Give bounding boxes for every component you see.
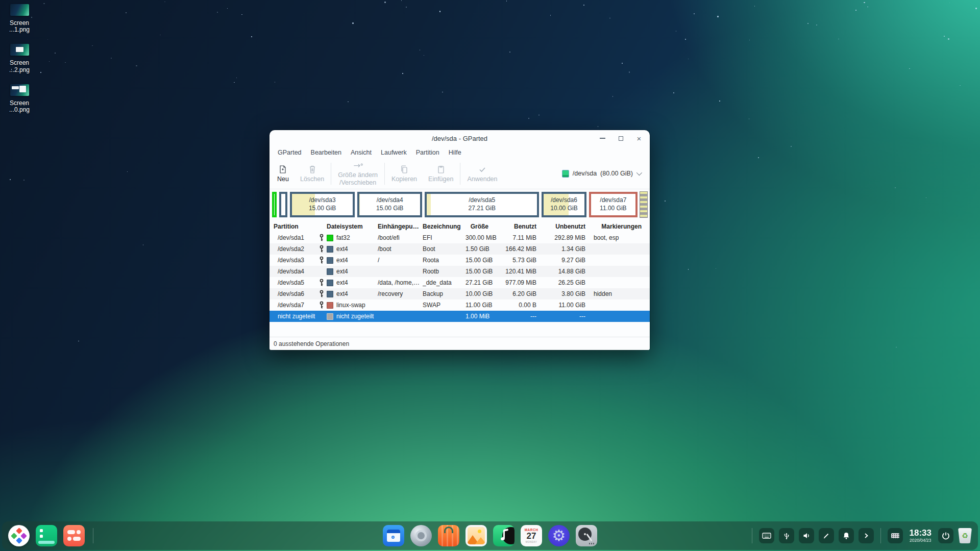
chevron-right-icon [863, 532, 869, 539]
device-selector[interactable]: /dev/sda (80.00 GiB) [558, 165, 645, 182]
resize-move-button[interactable]: Größe ändern/Verschieben [332, 159, 383, 189]
delete-partition-button[interactable]: Löschen [295, 159, 330, 189]
calendar-icon[interactable]: MARCH 27 MONDAY [521, 525, 542, 546]
trash-bin[interactable]: ♻ [958, 528, 972, 543]
control-center-icon[interactable]: ⚙ [548, 525, 570, 546]
partition-segment-sda1[interactable] [272, 192, 277, 217]
launcher-icon[interactable] [8, 525, 30, 546]
file-manager-icon[interactable] [383, 525, 404, 546]
desktop-icon-screenshot-1[interactable]: Screen...1.png [5, 4, 34, 33]
browser-icon[interactable] [410, 525, 432, 546]
dock-separator [93, 528, 93, 543]
fs-color-swatch [327, 280, 333, 286]
minimize-button[interactable] [597, 133, 608, 144]
table-row-sda6[interactable]: /dev/sda6 ext4 /recovery Backup 10.00 Gi… [270, 288, 650, 299]
screenshot-thumbnail [10, 44, 29, 56]
gear-icon: ⚙ [552, 528, 566, 543]
toolbar: Neu Löschen Größe ändern/Verschieben Kop… [270, 159, 650, 189]
desktop-icons: Screen...1.png Screen...2.png Screen...0… [5, 4, 34, 113]
screenshot-tray-icon[interactable] [819, 528, 834, 543]
table-row-unallocated-selected[interactable]: nicht zugeteilt nicht zugeteilt 1.00 MiB… [270, 311, 650, 322]
keyboard-layout-indicator[interactable] [888, 528, 903, 543]
fs-color-swatch [327, 257, 333, 264]
key-lock-icon [319, 290, 324, 298]
keyboard-tray-icon[interactable] [759, 528, 774, 543]
partition-segment-sda2[interactable] [279, 192, 287, 217]
trash-icon [307, 164, 317, 174]
key-lock-icon [319, 256, 324, 264]
partition-segment-sda3[interactable]: /dev/sda315.00 GiB [290, 192, 355, 217]
screenshot-thumbnail [10, 4, 29, 16]
maximize-button[interactable] [615, 133, 626, 144]
checkmark-icon [477, 164, 487, 174]
partition-segment-sda7[interactable]: /dev/sda711.00 GiB [589, 192, 638, 217]
fs-color-swatch [327, 302, 333, 309]
volume-tray-icon[interactable] [799, 528, 814, 543]
menu-gparted[interactable]: GParted [273, 149, 306, 156]
window-titlebar[interactable]: /dev/sda - GParted × [270, 130, 650, 146]
speaker-icon [802, 532, 811, 540]
key-lock-icon [319, 301, 324, 309]
table-row-sda3[interactable]: /dev/sda3 ext4 / Roota 15.00 GiB 5.73 Gi… [270, 255, 650, 266]
table-row-sda4[interactable]: /dev/sda4 ext4 Rootb 15.00 GiB 120.41 Mi… [270, 266, 650, 277]
menubar: GParted Bearbeiten Ansicht Laufwerk Part… [270, 146, 650, 159]
clock-time: 18:33 [910, 529, 932, 537]
menu-bearbeiten[interactable]: Bearbeiten [306, 149, 346, 156]
copy-icon [399, 164, 409, 174]
menu-ansicht[interactable]: Ansicht [346, 149, 376, 156]
recycle-icon: ♻ [962, 532, 968, 539]
key-lock-icon [319, 279, 324, 287]
apply-button[interactable]: Anwenden [461, 159, 503, 189]
table-row-sda5[interactable]: /dev/sda5 ext4 /data, /home, /... _dde_d… [270, 277, 650, 288]
menu-hilfe[interactable]: Hilfe [444, 149, 466, 156]
desktop-icon-label: Screen...1.png [9, 20, 30, 33]
gparted-window: /dev/sda - GParted × GParted Bearbeiten … [270, 130, 650, 350]
tray-expand-button[interactable] [859, 528, 874, 543]
fs-color-swatch [327, 313, 333, 320]
apps-grid-icon[interactable] [63, 525, 85, 546]
power-icon [942, 532, 950, 540]
desktop-icon-label: Screen...2.png [9, 60, 30, 73]
partition-segment-sda4[interactable]: /dev/sda415.00 GiB [357, 192, 422, 217]
partition-segment-sda5[interactable]: /dev/sda527.21 GiB [425, 192, 539, 217]
disk-utility-icon[interactable] [576, 525, 597, 546]
photos-icon[interactable] [465, 525, 487, 546]
fs-color-swatch [327, 291, 333, 297]
app-store-icon[interactable] [438, 525, 459, 546]
close-button[interactable]: × [633, 133, 645, 144]
music-icon[interactable] [493, 525, 514, 546]
screenshot-thumbnail [10, 84, 29, 96]
table-row-sda1[interactable]: /dev/sda1 fat32 /boot/efi EFI 300.00 MiB… [270, 232, 650, 243]
clock[interactable]: 18:33 2020/04/23 [908, 529, 934, 543]
window-title: /dev/sda - GParted [270, 135, 650, 142]
new-partition-button[interactable]: Neu [272, 159, 295, 189]
tray-separator [752, 528, 752, 543]
desktop-icon-screenshot-2[interactable]: Screen...2.png [5, 44, 34, 73]
paste-button[interactable]: Einfügen [423, 159, 459, 189]
partition-segment-unallocated-selected[interactable] [640, 192, 647, 217]
table-row-sda2[interactable]: /dev/sda2 ext4 /boot Boot 1.50 GiB 166.4… [270, 243, 650, 255]
desktop-icon-screenshot-0[interactable]: Screen...0.png [5, 84, 34, 113]
partition-segment-sda6[interactable]: /dev/sda610.00 GiB [542, 192, 586, 217]
clock-date: 2020/04/23 [910, 538, 932, 543]
multitasking-view-icon[interactable] [36, 525, 57, 546]
desktop-icon-label: Screen...0.png [9, 100, 30, 113]
paste-clipboard-icon [436, 164, 446, 174]
keyboard-icon [762, 532, 771, 539]
chevron-down-icon [636, 170, 642, 176]
minimize-icon [600, 138, 605, 139]
bell-icon [842, 532, 850, 540]
notifications-tray-icon[interactable] [839, 528, 854, 543]
fs-color-swatch [327, 268, 333, 275]
copy-button[interactable]: Kopieren [386, 159, 423, 189]
usb-icon [783, 532, 790, 540]
menu-partition[interactable]: Partition [411, 149, 444, 156]
key-lock-icon [319, 245, 324, 253]
key-lock-icon [319, 234, 324, 242]
usb-tray-icon[interactable] [779, 528, 794, 543]
table-row-sda7[interactable]: /dev/sda7 linux-swap SWAP 11.00 GiB 0.00… [270, 299, 650, 311]
power-button[interactable] [938, 528, 953, 543]
menu-laufwerk[interactable]: Laufwerk [376, 149, 411, 156]
resize-arrow-icon [352, 161, 364, 170]
fs-color-swatch [327, 246, 333, 253]
